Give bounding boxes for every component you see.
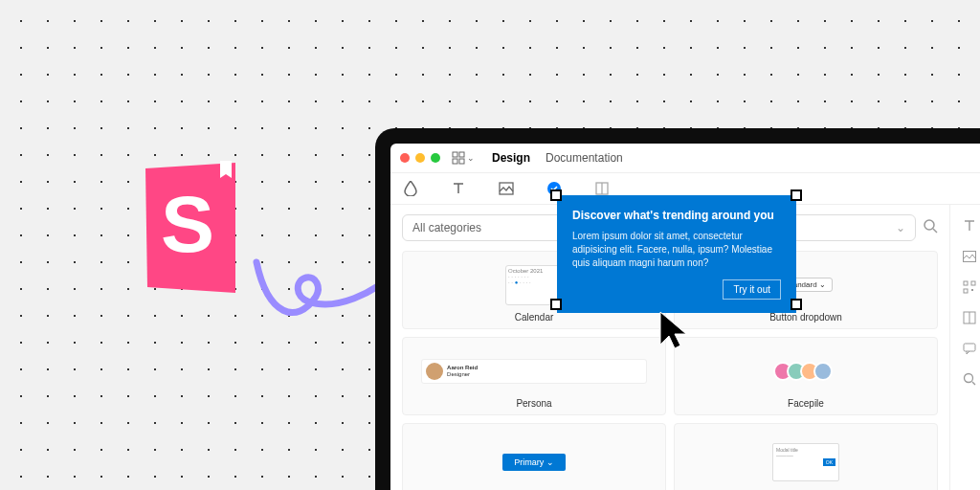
close-icon[interactable]	[400, 153, 410, 163]
titlebar-tabs: Design Documentation	[492, 151, 623, 165]
cursor-icon	[658, 310, 693, 350]
svg-rect-4	[459, 159, 464, 164]
svg-rect-15	[964, 344, 975, 351]
svg-rect-2	[459, 152, 464, 157]
svg-point-8	[924, 220, 934, 230]
traffic-lights[interactable]	[400, 153, 440, 163]
tab-documentation[interactable]: Documentation	[546, 151, 623, 165]
chevron-down-icon: ⌄	[896, 221, 905, 234]
storybook-logo: S	[140, 161, 247, 295]
card-label: Button dropdown	[769, 312, 842, 323]
image-tool-icon[interactable]	[498, 180, 515, 197]
svg-rect-3	[453, 159, 457, 164]
card-primary-button[interactable]: Primary ⌄	[402, 423, 666, 490]
svg-rect-10	[964, 281, 968, 285]
card-persona[interactable]: Aaron ReidDesigner Persona	[402, 337, 666, 415]
qr-icon[interactable]	[962, 279, 977, 295]
svg-rect-1	[453, 152, 457, 157]
selection-handle-br[interactable]	[791, 299, 802, 310]
minimize-icon[interactable]	[415, 153, 425, 163]
image-panel-icon[interactable]	[962, 249, 977, 264]
search-icon[interactable]	[924, 219, 938, 236]
card-label: Persona	[516, 398, 551, 409]
card-facepile[interactable]: Facepile	[674, 337, 938, 415]
promo-callout[interactable]: Discover what's trending around you Lore…	[557, 195, 796, 313]
text-tool-icon[interactable]	[450, 180, 467, 197]
svg-rect-12	[964, 289, 968, 293]
selection-handle-tl[interactable]	[550, 189, 562, 201]
persona-thumb: Aaron ReidDesigner	[421, 359, 647, 384]
side-rail	[949, 205, 980, 490]
selection-handle-tr[interactable]	[791, 189, 802, 201]
comment-icon[interactable]	[962, 341, 977, 356]
svg-point-16	[964, 374, 972, 383]
primary-button-thumb: Primary ⌄	[502, 454, 566, 471]
text-panel-icon[interactable]	[962, 218, 977, 234]
tab-design[interactable]: Design	[492, 151, 530, 165]
maximize-icon[interactable]	[431, 153, 440, 163]
callout-title: Discover what's trending around you	[572, 209, 781, 222]
card-modal[interactable]: Modal title─────OK	[674, 423, 938, 490]
layout-panel-icon[interactable]	[962, 310, 977, 325]
titlebar: ⌄ Design Documentation	[390, 144, 980, 172]
drop-tool-icon[interactable]	[402, 180, 419, 197]
svg-rect-13	[971, 289, 973, 291]
modal-thumb: Modal title─────OK	[772, 443, 839, 481]
card-label: Calendar	[515, 312, 554, 323]
card-label: Facepile	[788, 398, 824, 409]
category-select-label: All categories	[412, 221, 481, 234]
svg-rect-11	[971, 281, 975, 285]
search-panel-icon[interactable]	[962, 371, 977, 387]
svg-text:S: S	[161, 179, 214, 269]
callout-body: Lorem ipsum dolor sit amet, consectetur …	[572, 230, 781, 270]
selection-handle-bl[interactable]	[550, 299, 562, 310]
facepile-thumb	[779, 362, 833, 381]
grid-menu-icon[interactable]: ⌄	[452, 151, 475, 165]
try-it-out-button[interactable]: Try it out	[723, 279, 781, 300]
